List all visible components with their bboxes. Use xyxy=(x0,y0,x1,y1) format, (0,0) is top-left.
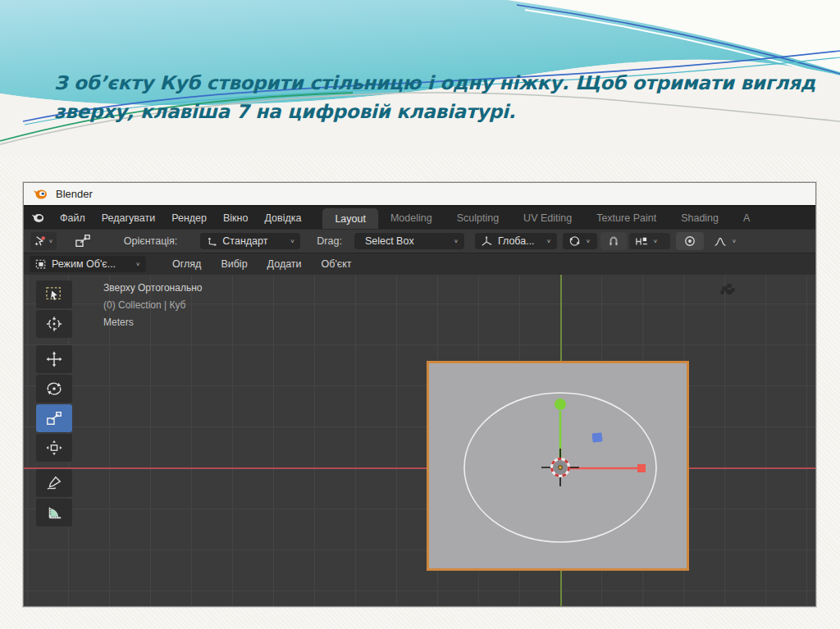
blender-logo-icon xyxy=(33,188,48,201)
magnet-icon xyxy=(608,235,619,247)
x-axis-line xyxy=(24,467,815,469)
orientation-axes-icon xyxy=(206,236,217,247)
tweak-tool-icon xyxy=(34,235,48,248)
tool-settings-bar: ∨ Орієнтація: Стандарт ∨ Drag: Select Bo… xyxy=(24,229,815,253)
menu-edit[interactable]: Редагувати xyxy=(94,207,163,229)
chevron-down-icon: ∨ xyxy=(454,238,459,244)
snap-with-dropdown[interactable]: ∨ xyxy=(629,233,670,249)
pivot-point-dropdown[interactable]: ∨ xyxy=(563,233,597,249)
menubar: Файл Редагувати Рендер Вікно Довідка Lay… xyxy=(24,207,815,229)
select-mode-dropdown[interactable]: Select Box ∨ xyxy=(354,233,464,249)
transform-orientation-dropdown[interactable]: Глоба... ∨ xyxy=(475,233,557,249)
object-mode-icon xyxy=(35,259,47,270)
tool-transform[interactable] xyxy=(36,434,72,462)
scale-tool-settings-icon[interactable] xyxy=(75,234,91,248)
tool-cursor[interactable] xyxy=(36,310,72,338)
workspace-tabs: Layout Modeling Sculpting UV Editing Tex… xyxy=(322,207,762,229)
snap-increment-icon xyxy=(635,236,648,247)
tool-annotate[interactable] xyxy=(36,469,72,497)
viewport-3d[interactable]: Зверху Ортогонально (0) Collection | Куб… xyxy=(24,275,815,606)
scale-tool-icon xyxy=(45,410,63,426)
view-name-label: Зверху Ортогонально xyxy=(103,280,202,297)
menu-select[interactable]: Вибір xyxy=(211,258,257,270)
active-tool-dropdown[interactable]: ∨ xyxy=(30,232,57,250)
blender-window: Blender Файл Редагувати Рендер Вікно Дов… xyxy=(23,182,816,607)
chevron-down-icon: ∨ xyxy=(546,238,551,244)
proportional-edit-toggle[interactable] xyxy=(676,232,704,250)
window-titlebar: Blender xyxy=(24,183,815,207)
tab-texture-paint[interactable]: Texture Paint xyxy=(584,207,669,229)
tool-measure[interactable] xyxy=(36,499,72,526)
select-mode-value: Select Box xyxy=(360,235,449,247)
tool-rotate[interactable] xyxy=(36,375,72,403)
app-title: Blender xyxy=(56,188,93,200)
chevron-down-icon: ∨ xyxy=(48,238,53,244)
pivot-point-icon xyxy=(568,235,581,247)
move-tool-icon xyxy=(45,351,63,367)
menu-file[interactable]: Файл xyxy=(52,207,94,229)
mode-value: Режим Об'є... xyxy=(52,258,130,270)
smooth-falloff-icon xyxy=(714,236,727,247)
tab-sculpting[interactable]: Sculpting xyxy=(445,207,511,229)
cursor-tool-icon xyxy=(45,316,63,332)
chevron-down-icon: ∨ xyxy=(732,238,737,244)
tool-move[interactable] xyxy=(36,345,72,373)
menu-object[interactable]: Об'єкт xyxy=(312,258,362,270)
chevron-down-icon: ∨ xyxy=(135,261,140,267)
tab-animation-partial[interactable]: A xyxy=(731,207,762,229)
orientation-value: Стандарт xyxy=(222,235,285,247)
rotate-tool-icon xyxy=(45,381,63,397)
blender-menu-logo-icon[interactable] xyxy=(24,207,52,229)
tab-modeling[interactable]: Modeling xyxy=(378,207,445,229)
units-label: Meters xyxy=(103,314,202,331)
toolbar-tools xyxy=(36,280,74,528)
chevron-down-icon: ∨ xyxy=(290,238,294,244)
collection-object-label: (0) Collection | Куб xyxy=(103,297,202,314)
drag-label: Drag: xyxy=(317,235,342,247)
menu-render[interactable]: Рендер xyxy=(163,207,215,229)
viewport-header-bar: Режим Об'є... ∨ Огляд Вибір Додати Об'єк… xyxy=(24,253,815,275)
tab-shading[interactable]: Shading xyxy=(669,207,731,229)
menu-view[interactable]: Огляд xyxy=(162,258,211,270)
measure-protractor-icon xyxy=(45,504,63,521)
menu-window[interactable]: Вікно xyxy=(215,207,256,229)
transform-tool-icon xyxy=(45,440,63,456)
tool-select-box[interactable] xyxy=(36,280,72,308)
tool-scale[interactable] xyxy=(36,404,72,432)
mode-dropdown[interactable]: Режим Об'є... ∨ xyxy=(30,256,146,272)
cube-object[interactable] xyxy=(427,361,689,571)
falloff-dropdown[interactable]: ∨ xyxy=(708,233,744,249)
select-box-icon xyxy=(45,286,63,303)
chevron-down-icon: ∨ xyxy=(653,238,658,244)
snap-toggle[interactable] xyxy=(600,232,627,250)
menu-add[interactable]: Додати xyxy=(258,258,312,270)
tab-layout[interactable]: Layout xyxy=(322,208,378,229)
menu-help[interactable]: Довідка xyxy=(256,207,309,229)
tab-uv-editing[interactable]: UV Editing xyxy=(511,207,584,229)
viewport-overlay-text: Зверху Ортогонально (0) Collection | Куб… xyxy=(103,280,202,331)
proportional-edit-icon xyxy=(684,235,696,247)
global-axes-icon xyxy=(481,236,493,247)
slide-title: З об’єкту Куб створити стільницю і одну … xyxy=(54,69,821,125)
transform-orientation-value: Глоба... xyxy=(498,235,541,247)
annotate-pencil-icon xyxy=(45,475,63,491)
orientation-dropdown[interactable]: Стандарт ∨ xyxy=(200,233,300,249)
chevron-down-icon: ∨ xyxy=(586,238,591,244)
navigation-gizmo[interactable] xyxy=(719,283,736,298)
orientation-label: Орієнтація: xyxy=(124,235,177,247)
